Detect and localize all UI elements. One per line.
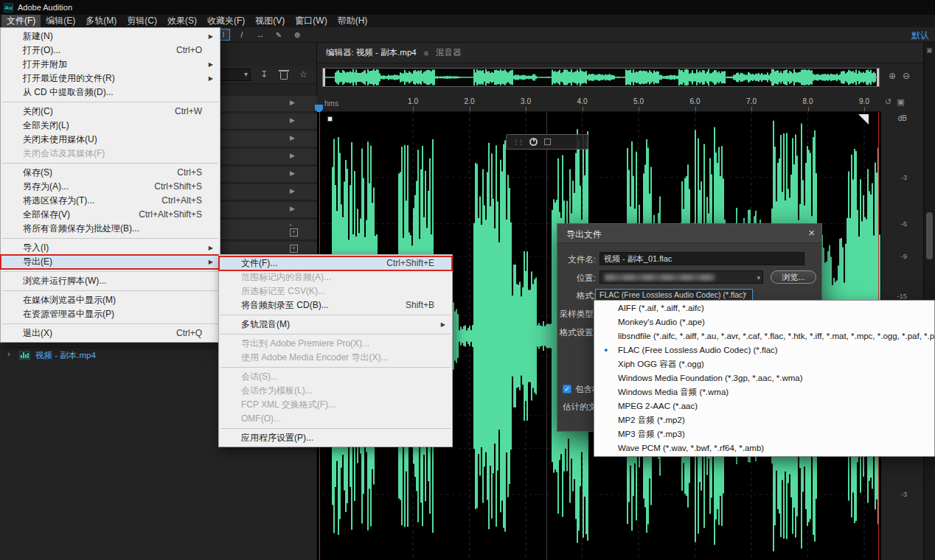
file-menu-item-14[interactable]: 全部保存(V)Ctrl+Alt+Shift+S bbox=[1, 208, 220, 222]
fade-in-handle[interactable] bbox=[327, 116, 333, 122]
format-option-1[interactable]: Monkey's Audio (*.ape) bbox=[594, 315, 934, 329]
menubar-item-3[interactable]: 剪辑(C) bbox=[122, 15, 162, 27]
export-submenu-item-10: 会话(S)... bbox=[219, 370, 452, 384]
format-option-3[interactable]: ●FLAC (Free Lossless Audio Codec) (*.fla… bbox=[594, 343, 934, 357]
undo-zoom-icon[interactable]: ↺ bbox=[885, 97, 891, 107]
file-menu-item-2[interactable]: 打开并附加▶ bbox=[1, 57, 220, 71]
timeline-ruler[interactable]: hms 1.02.03.04.05.06.07.08.09.0 bbox=[317, 94, 881, 112]
hud-grip-icon[interactable]: ⋮⋮ bbox=[512, 139, 523, 146]
file-menu-item-label: 浏览并运行脚本(W)... bbox=[23, 274, 106, 288]
file-menu-item-17[interactable]: 导入(I)▶ bbox=[1, 241, 220, 255]
zoom-out-icon[interactable]: ⊖ bbox=[903, 71, 910, 81]
ruler-tick-label: 6.0 bbox=[684, 97, 706, 105]
tool-icon-2[interactable]: ↔ bbox=[254, 29, 267, 41]
panel-option-icon[interactable]: ▣ bbox=[897, 97, 904, 107]
menubar-item-7[interactable]: 窗口(W) bbox=[290, 15, 332, 27]
waveform-overview[interactable] bbox=[322, 68, 880, 87]
playhead-line bbox=[546, 112, 547, 560]
file-menu-item-22[interactable]: 在媒体浏览器中显示(M) bbox=[1, 293, 220, 307]
scrollbar-option-icon[interactable]: ▣ bbox=[926, 46, 933, 54]
file-menu-item-label: 打开并附加 bbox=[23, 57, 67, 71]
shortcut-label: Ctrl+O bbox=[176, 43, 202, 57]
include-markers-checkbox[interactable]: ✓ bbox=[563, 385, 571, 393]
format-option-label: Xiph OGG 容器 (*.ogg) bbox=[618, 360, 704, 368]
location-combo[interactable]: ▾ bbox=[599, 270, 763, 284]
ruler-tick-label: 7.0 bbox=[740, 97, 762, 105]
tool-icon-1[interactable]: / bbox=[235, 29, 248, 41]
format-option-7[interactable]: MPEG 2-AAC (*.aac) bbox=[594, 399, 934, 413]
fade-out-handle[interactable] bbox=[858, 114, 869, 125]
rack-slot-arrow-icon: ▶ bbox=[290, 134, 295, 141]
export-submenu-item-0[interactable]: 文件(F)...Ctrl+Shift+E bbox=[219, 256, 452, 270]
export-submenu-item-12: FCP XML 交换格式(F)... bbox=[219, 398, 452, 412]
file-menu-item-13[interactable]: 将选区保存为(T)...Ctrl+Alt+S bbox=[1, 194, 220, 208]
file-menu-item-8[interactable]: 关闭未使用媒体(U) bbox=[1, 133, 220, 147]
format-option-0[interactable]: AIFF (*.aif, *.aiff, *.aifc) bbox=[594, 301, 934, 315]
ruler-tick-mark bbox=[639, 107, 639, 111]
workspace-switcher[interactable]: 默认 bbox=[911, 29, 929, 42]
file-menu-separator bbox=[2, 238, 218, 239]
selected-bullet-icon: ● bbox=[604, 343, 608, 357]
file-menu-item-23[interactable]: 在资源管理器中显示(P) bbox=[1, 307, 220, 321]
file-menu-item-label: 关闭(C) bbox=[23, 105, 53, 119]
export-submenu-item-3[interactable]: 将音频刻录至 CD(B)...Shift+B bbox=[219, 298, 452, 312]
submenu-arrow-icon: ▶ bbox=[209, 57, 213, 71]
menubar-item-4[interactable]: 效果(S) bbox=[162, 15, 202, 27]
close-icon[interactable]: × bbox=[808, 226, 815, 239]
import-icon[interactable]: ↧ bbox=[260, 69, 268, 80]
dialog-titlebar[interactable]: 导出文件 × bbox=[557, 224, 821, 243]
star-icon[interactable]: ☆ bbox=[299, 69, 307, 80]
file-menu-item-11[interactable]: 保存(S)Ctrl+S bbox=[1, 166, 220, 180]
ruler-tick-mark bbox=[470, 107, 470, 111]
format-option-8[interactable]: MP2 音频 (*.mp2) bbox=[594, 413, 934, 427]
file-menu-item-20[interactable]: 浏览并运行脚本(W)... bbox=[1, 274, 220, 288]
tab-editor[interactable]: 编辑器: 视频 - 副本.mp4 bbox=[326, 47, 417, 58]
file-menu-item-3[interactable]: 打开最近使用的文件(R)▶ bbox=[1, 71, 220, 85]
trash-icon[interactable] bbox=[280, 72, 288, 80]
volume-knob-icon[interactable] bbox=[529, 138, 538, 146]
file-menu-separator bbox=[2, 323, 218, 324]
file-menu-item-label: 新建(N) bbox=[23, 29, 53, 43]
file-menu-item-0[interactable]: 新建(N)▶ bbox=[1, 29, 220, 43]
tab-mixer[interactable]: 混音器 bbox=[436, 47, 462, 58]
zoom-in-icon[interactable]: ⊕ bbox=[889, 71, 896, 81]
export-submenu-item-5[interactable]: 多轨混音(M)▶ bbox=[219, 318, 452, 332]
file-menu-item-1[interactable]: 打开(O)...Ctrl+O bbox=[1, 43, 220, 57]
submenu-arrow-icon: ▶ bbox=[209, 29, 213, 43]
browse-button[interactable]: 浏览... bbox=[771, 270, 816, 284]
file-menu-item-12[interactable]: 另存为(A)...Ctrl+Shift+S bbox=[1, 180, 220, 194]
file-menu-item-25[interactable]: 退出(X)Ctrl+Q bbox=[1, 326, 220, 340]
format-option-5[interactable]: Windows Media Foundation (*.3gp, *.aac, … bbox=[594, 371, 934, 385]
format-option-9[interactable]: MP3 音频 (*.mp3) bbox=[594, 427, 934, 441]
format-option-4[interactable]: Xiph OGG 容器 (*.ogg) bbox=[594, 357, 934, 371]
db-tick-label: -3 bbox=[901, 490, 907, 498]
file-menu-item-6[interactable]: 关闭(C)Ctrl+W bbox=[1, 105, 220, 119]
file-menu-item-15[interactable]: 将所有音频保存为批处理(B)... bbox=[1, 222, 220, 236]
export-submenu-item-13: OMF(O)... bbox=[219, 412, 452, 426]
expander-icon[interactable]: › bbox=[7, 349, 10, 358]
format-option-label: MPEG 2-AAC (*.aac) bbox=[618, 402, 698, 410]
menubar-item-1[interactable]: 编辑(E) bbox=[41, 15, 80, 27]
file-menu-item-label: 另存为(A)... bbox=[23, 180, 69, 194]
menubar-item-5[interactable]: 收藏夹(F) bbox=[202, 15, 250, 27]
file-menu-item-7[interactable]: 全部关闭(L) bbox=[1, 119, 220, 133]
filename-input[interactable]: 视频 - 副本_01.flac bbox=[599, 252, 804, 265]
menubar-item-8[interactable]: 帮助(H) bbox=[333, 15, 373, 27]
format-option-10[interactable]: Wave PCM (*.wav, *.bwf, *.rf64, *.amb) bbox=[594, 441, 934, 455]
tool-icon-4[interactable]: ⊕ bbox=[291, 29, 304, 41]
hud-box-icon[interactable] bbox=[544, 139, 551, 145]
scrollbar-thumb[interactable] bbox=[926, 212, 933, 259]
menubar-item-2[interactable]: 多轨(M) bbox=[80, 15, 122, 27]
format-option-2[interactable]: libsndfile (*.aifc, *.aiff, *.au, *.avr,… bbox=[594, 329, 934, 343]
tool-icon-3[interactable]: ✎ bbox=[272, 29, 285, 41]
export-submenu-separator bbox=[220, 367, 451, 368]
format-option-6[interactable]: Windows Media 音频 (*.wma) bbox=[594, 385, 934, 399]
volume-hud[interactable]: ⋮⋮ bbox=[506, 134, 588, 150]
ruler-tick-label: 3.0 bbox=[515, 97, 537, 105]
panel-menu-icon[interactable]: ≡ bbox=[424, 49, 428, 57]
menubar-item-0[interactable]: 文件(F) bbox=[1, 15, 41, 27]
file-menu-item-4[interactable]: 从 CD 中提取音频(D)... bbox=[1, 85, 220, 99]
file-menu-item-18[interactable]: 导出(E)▶ bbox=[1, 255, 220, 269]
export-submenu-item-15[interactable]: 应用程序设置(P)... bbox=[219, 431, 452, 445]
menubar-item-6[interactable]: 视图(V) bbox=[250, 15, 290, 27]
